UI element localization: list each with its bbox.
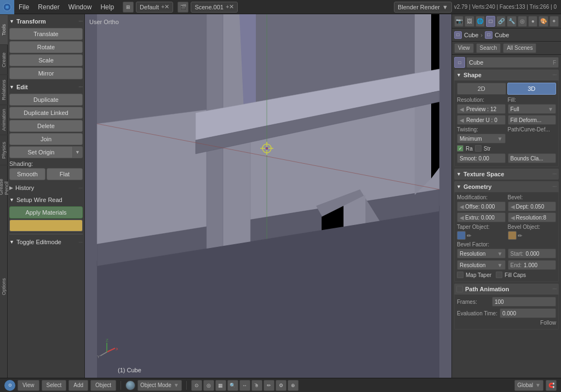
toggle-editmode-header[interactable]: ▼ Toggle Editmode ··· <box>9 237 83 247</box>
rp-icon-particles[interactable]: ✦ <box>549 16 559 27</box>
bb-select[interactable]: Select <box>42 380 67 391</box>
set-origin-arrow[interactable]: ▼ <box>73 146 83 158</box>
bb-object[interactable]: Object <box>90 380 116 391</box>
menu-file[interactable]: File <box>14 0 33 14</box>
rp-icon-world[interactable]: 🌐 <box>476 16 485 27</box>
tab-animation[interactable]: Animation <box>0 105 8 135</box>
resolution-label: Resolution: <box>457 97 506 103</box>
bevel-pencil[interactable]: ✏ <box>518 231 522 240</box>
ra-check[interactable]: ✓ <box>457 145 463 152</box>
map-taper-check[interactable] <box>457 272 463 278</box>
vp-icon2[interactable]: ◎ <box>203 380 214 391</box>
render-u-field[interactable]: ◀Render U : 0 <box>457 115 506 125</box>
object-path-name1[interactable]: Cube <box>464 32 478 38</box>
flat-button[interactable]: Flat <box>47 168 83 180</box>
nav-all-scenes[interactable]: All Scenes <box>503 43 536 53</box>
menu-help[interactable]: Help <box>96 0 118 14</box>
taper-pencil[interactable]: ✏ <box>467 231 471 240</box>
setup-section-header[interactable]: ▼ Setup Wire Read <box>9 194 83 205</box>
extrude-field[interactable]: ◀Extru: 0.000 <box>457 212 506 222</box>
taper-swatch[interactable] <box>457 231 466 240</box>
transform-section-header[interactable]: ▼ Transform ··· <box>9 16 83 27</box>
depth-field[interactable]: ◀Dept: 0.050 <box>508 201 557 211</box>
twisting-select[interactable]: Minimum▼ <box>457 134 506 143</box>
menu-render[interactable]: Render <box>33 0 64 14</box>
object-path-name2[interactable]: Cube <box>495 32 509 38</box>
rp-icon-camera[interactable]: 📷 <box>454 16 463 27</box>
vp-icon9[interactable]: ⊕ <box>288 380 299 391</box>
edit-section-header[interactable]: ▼ Edit ··· <box>9 82 83 93</box>
vp-icon8[interactable]: ⚙ <box>276 380 287 391</box>
eval-time-field[interactable]: 0.000 <box>500 308 556 318</box>
duplicate-button[interactable]: Duplicate <box>9 94 83 106</box>
resolution-geo-field[interactable]: ◀Resolution:8 <box>508 212 557 222</box>
tab-physics[interactable]: Physics <box>0 135 8 165</box>
delete-button[interactable]: Delete <box>9 120 83 132</box>
fill-deform-field[interactable]: Fill Deform... <box>508 115 557 125</box>
mirror-button[interactable]: Mirror <box>9 67 83 79</box>
vp-icon5[interactable]: ↔ <box>239 380 250 391</box>
texture-space-header[interactable]: ▼ Texture Space ··· <box>454 169 559 180</box>
object-name-field[interactable]: Cube F <box>466 57 559 68</box>
object-mode-select[interactable]: Object Mode▼ <box>138 380 182 391</box>
viewport[interactable]: User Ortho <box>85 14 451 378</box>
layout-selector[interactable]: Default +✕ <box>136 2 173 13</box>
smooth-button[interactable]: Smooth <box>9 168 45 180</box>
duplicate-linked-button[interactable]: Duplicate Linked <box>9 107 83 119</box>
offset-field[interactable]: ◀Offse: 0.000 <box>457 201 506 211</box>
vp-icon4[interactable]: 🔍 <box>227 380 238 391</box>
rp-icon-material[interactable]: ● <box>528 16 537 27</box>
bb-add[interactable]: Add <box>68 380 88 391</box>
tab-create[interactable]: Create <box>0 44 8 74</box>
rotate-button[interactable]: Rotate <box>9 41 83 53</box>
menu-window[interactable]: Window <box>64 0 96 14</box>
start-value-field[interactable]: Start: 0.000 <box>508 249 557 258</box>
shape-3d-button[interactable]: 3D <box>507 83 557 95</box>
fill-caps-check[interactable] <box>496 272 502 278</box>
end-value-field[interactable]: End: 1.000 <box>508 260 557 270</box>
scale-button[interactable]: Scale <box>9 54 83 66</box>
path-anim-check[interactable] <box>456 286 463 292</box>
shape-section-header[interactable]: ▼ Shape ··· <box>454 70 559 80</box>
rp-icon-modifier[interactable]: 🔧 <box>507 16 516 27</box>
renderer-selector[interactable]: Blender Render ▼ <box>394 2 452 13</box>
nav-view[interactable]: View <box>454 43 474 53</box>
fill-select[interactable]: Full▼ <box>508 104 557 114</box>
tab-grease-pencil[interactable]: Grease Pencil <box>0 165 8 195</box>
rp-icon-render[interactable]: 🖼 <box>465 16 474 27</box>
snap-icon[interactable]: 🧲 <box>546 380 557 391</box>
global-select[interactable]: Global▼ <box>514 380 543 391</box>
shape-2d-button[interactable]: 2D <box>457 83 506 95</box>
str-check[interactable] <box>475 145 482 152</box>
rp-icon-data[interactable]: ◎ <box>518 16 527 27</box>
rp-icon-texture[interactable]: 🎨 <box>539 16 548 27</box>
geometry-section-header[interactable]: ▼ Geometry ··· <box>454 181 559 192</box>
bb-view[interactable]: View <box>18 380 39 391</box>
tab-options[interactable]: Options <box>0 195 8 378</box>
smoot-field[interactable]: Smoot: 0.00 <box>457 153 506 163</box>
apply-materials-button[interactable]: Apply Materials <box>9 206 83 218</box>
resolution-end-field[interactable]: Resolution▼ <box>457 260 506 270</box>
rp-icon-constraint[interactable]: 🔗 <box>496 16 506 27</box>
bevel-swatch[interactable] <box>508 231 517 240</box>
tab-relations[interactable]: Relations <box>0 74 8 105</box>
viewport-canvas[interactable] <box>85 14 451 378</box>
rp-icon-object[interactable]: □ <box>486 16 495 27</box>
path-animation-header[interactable]: Path Animation ··· <box>454 284 559 295</box>
scene-selector[interactable]: Scene.001 +✕ <box>191 2 238 13</box>
set-origin-button[interactable]: Set Origin <box>9 146 73 158</box>
nav-search[interactable]: Search <box>476 43 501 53</box>
vp-icon7[interactable]: ✏ <box>264 380 274 391</box>
history-section-header[interactable]: ▶ History ··· <box>9 182 83 193</box>
tab-tools[interactable]: Tools <box>0 14 8 44</box>
vp-icon1[interactable]: ⊙ <box>191 380 202 391</box>
bounds-field[interactable]: Bounds Cla... <box>508 153 557 163</box>
resolution-start-field[interactable]: Resolution▼ <box>457 249 506 258</box>
translate-button[interactable]: Translate <box>9 28 83 40</box>
vp-icon6[interactable]: 🖱 <box>251 380 262 391</box>
vp-icon3[interactable]: ▦ <box>215 380 226 391</box>
preview-field[interactable]: ◀Preview : 12 <box>457 104 506 114</box>
frames-field[interactable]: 100 <box>492 297 556 307</box>
color-swatch[interactable] <box>9 220 83 232</box>
join-button[interactable]: Join <box>9 133 83 145</box>
